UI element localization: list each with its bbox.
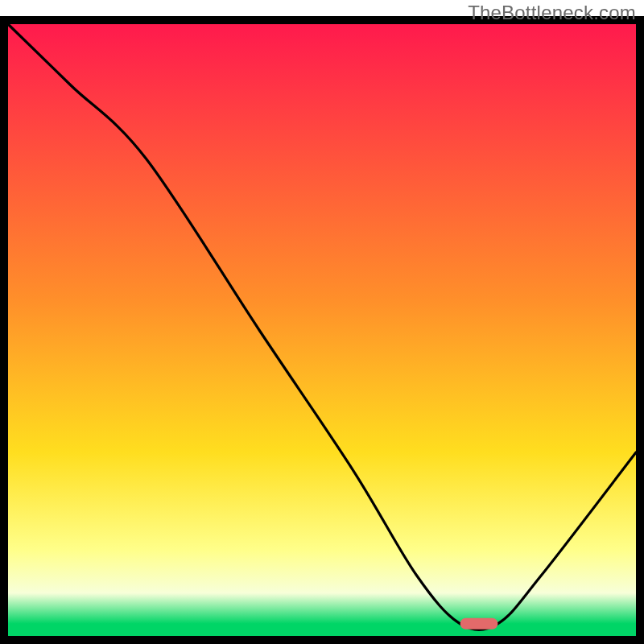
plot-area bbox=[4, 20, 640, 640]
bottleneck-chart bbox=[0, 0, 644, 644]
gradient-background bbox=[8, 24, 636, 636]
watermark-text: TheBottleneck.com bbox=[468, 2, 636, 24]
sweet-spot-marker bbox=[460, 618, 498, 630]
chart-frame: TheBottleneck.com bbox=[0, 0, 644, 644]
